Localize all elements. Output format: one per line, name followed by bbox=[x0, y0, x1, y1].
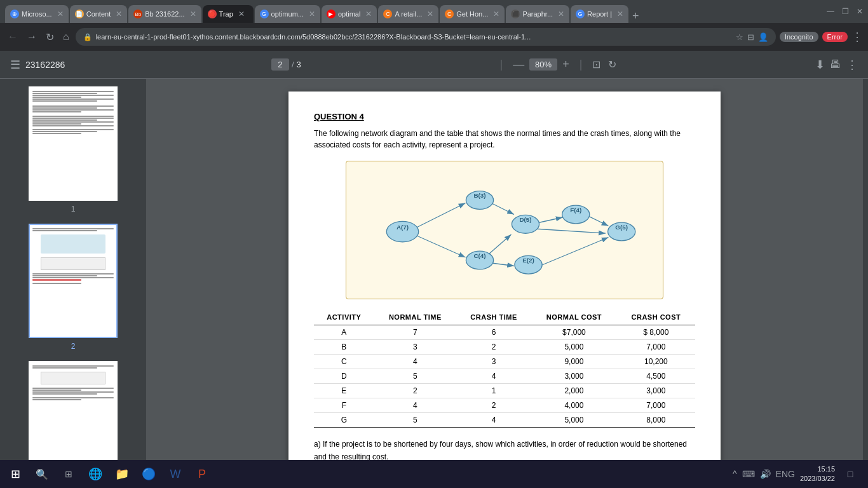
pdf-page: QUESTION 4 The following network diagram… bbox=[288, 92, 721, 488]
pdf-zoom-input[interactable] bbox=[529, 58, 557, 71]
back-button[interactable]: ← bbox=[5, 29, 20, 45]
tab-bb[interactable]: Bb Bb 231622... ✕ bbox=[128, 5, 201, 23]
tab-trap[interactable]: 🔴 Trap ✕ bbox=[203, 5, 254, 23]
taskbar-powerpoint[interactable]: P bbox=[189, 461, 215, 487]
tab-label-content: Content bbox=[86, 10, 111, 18]
pdf-menu-button[interactable]: ☰ bbox=[10, 58, 20, 72]
table-cell: C bbox=[314, 355, 374, 369]
pdf-more-button[interactable]: ⋮ bbox=[846, 58, 858, 72]
taskbar-search-button[interactable]: 🔍 bbox=[29, 461, 55, 487]
tab-close-gethon[interactable]: ✕ bbox=[493, 10, 499, 18]
pdf-fit-page-button[interactable]: ⊡ bbox=[590, 56, 603, 73]
svg-line-9 bbox=[534, 229, 606, 233]
pdf-page-input[interactable] bbox=[271, 58, 289, 71]
tab-gethon[interactable]: C Get Hon... ✕ bbox=[440, 5, 505, 23]
tray-language[interactable]: ENG bbox=[776, 469, 795, 479]
taskbar-clock[interactable]: 15:15 2023/03/22 bbox=[800, 464, 835, 484]
tab-close-content[interactable]: ✕ bbox=[116, 10, 122, 18]
tab-icon-content: 📄 bbox=[75, 10, 84, 18]
restore-button[interactable]: ❐ bbox=[842, 7, 849, 16]
tab-close-bb[interactable]: ✕ bbox=[190, 10, 196, 18]
tray-volume-icon[interactable]: 🔊 bbox=[760, 469, 771, 479]
tab-close-retail[interactable]: ✕ bbox=[427, 10, 433, 18]
tab-optimum1[interactable]: G optimum... ✕ bbox=[255, 5, 320, 23]
tab-close-microsoft[interactable]: ✕ bbox=[57, 10, 64, 18]
table-cell: 7,000 bbox=[617, 398, 695, 413]
table-row: D543,0004,500 bbox=[314, 369, 695, 384]
tab-optimal[interactable]: ▶ optimal ✕ bbox=[322, 5, 377, 23]
tab-close-paraphr[interactable]: ✕ bbox=[558, 10, 564, 18]
address-input[interactable]: 🔒 learn-eu-central-1-prod-fleet01-xythos… bbox=[76, 28, 776, 46]
minimize-button[interactable]: — bbox=[827, 7, 834, 16]
tab-close-report[interactable]: ✕ bbox=[617, 10, 623, 18]
tab-report[interactable]: G Report | ✕ bbox=[571, 5, 628, 23]
table-cell: 5 bbox=[374, 413, 456, 428]
svg-text:B(3): B(3) bbox=[473, 192, 485, 199]
browser-more-button[interactable]: ⋮ bbox=[851, 30, 863, 44]
pdf-rotate-button[interactable]: ↻ bbox=[606, 56, 619, 73]
taskbar-explorer[interactable]: 📁 bbox=[109, 461, 135, 487]
tab-search-icon[interactable]: ⊟ bbox=[747, 32, 754, 42]
table-cell: 2 bbox=[456, 340, 531, 355]
tab-content[interactable]: 📄 Content ✕ bbox=[70, 5, 128, 23]
close-button[interactable]: ✕ bbox=[857, 7, 863, 16]
pdf-thumbnail-1[interactable]: 1 bbox=[5, 86, 141, 214]
pdf-zoom-in-button[interactable]: + bbox=[560, 57, 572, 72]
table-cell: 6 bbox=[456, 325, 531, 340]
taskbar-task-view[interactable]: ⊞ bbox=[56, 461, 81, 487]
tab-label-optimum1: optimum... bbox=[271, 10, 304, 18]
tab-label-paraphr: Paraphr... bbox=[522, 10, 553, 18]
svg-line-8 bbox=[540, 238, 609, 266]
tab-close-optimum1[interactable]: ✕ bbox=[309, 10, 315, 18]
taskbar-word[interactable]: W bbox=[163, 461, 188, 487]
svg-text:D(5): D(5) bbox=[519, 216, 531, 223]
titlebar: ⊕ Microso... ✕ 📄 Content ✕ Bb Bb 231622.… bbox=[0, 0, 868, 23]
address-bar: ← → ↻ ⌂ 🔒 learn-eu-central-1-prod-fleet0… bbox=[0, 23, 868, 51]
reload-button[interactable]: ↻ bbox=[43, 29, 57, 46]
pdf-view-buttons: ⊡ ↻ bbox=[590, 56, 619, 73]
table-cell: 3,000 bbox=[531, 369, 617, 384]
tab-icon-report: G bbox=[576, 10, 585, 18]
tab-icon-optimal: ▶ bbox=[327, 10, 336, 18]
edge-icon: 🌐 bbox=[88, 467, 102, 481]
pdf-download-button[interactable]: ⬇ bbox=[815, 58, 825, 72]
table-cell: B bbox=[314, 340, 374, 355]
tab-retail[interactable]: C A retail... ✕ bbox=[378, 5, 438, 23]
tab-label-report: Report | bbox=[587, 10, 612, 18]
taskbar-edge[interactable]: 🌐 bbox=[83, 461, 108, 487]
taskbar-chrome[interactable]: 🔵 bbox=[136, 461, 161, 487]
svg-line-3 bbox=[491, 203, 514, 215]
forward-button[interactable]: → bbox=[24, 29, 39, 45]
pdf-content-area[interactable]: QUESTION 4 The following network diagram… bbox=[146, 79, 863, 488]
question4-title: QUESTION 4 bbox=[314, 112, 695, 121]
bookmark-star-icon[interactable]: ☆ bbox=[736, 32, 743, 42]
table-cell: $ 8,000 bbox=[617, 325, 695, 340]
tab-icon-optimum1: G bbox=[260, 10, 269, 18]
pdf-thumbnail-2[interactable]: 2 bbox=[5, 224, 141, 351]
tray-keyboard-icon[interactable]: ⌨ bbox=[742, 469, 755, 479]
svg-text:A(7): A(7) bbox=[397, 224, 409, 231]
pdf-print-button[interactable]: 🖶 bbox=[830, 58, 841, 71]
new-tab-button[interactable]: + bbox=[632, 10, 639, 23]
table-cell: 4,500 bbox=[617, 369, 695, 384]
tab-microsoft[interactable]: ⊕ Microso... ✕ bbox=[5, 5, 69, 23]
start-button[interactable]: ⊞ bbox=[3, 461, 28, 487]
home-button[interactable]: ⌂ bbox=[60, 29, 72, 45]
table-cell: 7 bbox=[374, 325, 456, 340]
tab-close-optimal[interactable]: ✕ bbox=[365, 10, 372, 18]
svg-text:C(4): C(4) bbox=[473, 252, 485, 259]
svg-line-2 bbox=[414, 234, 466, 257]
taskbar-notification-button[interactable]: □ bbox=[840, 464, 860, 484]
pdf-right-scrollbar[interactable] bbox=[863, 79, 868, 488]
pdf-viewer: ☰ 23162286 / 3 | — + | ⊡ ↻ ⬇ 🖶 ⋮ bbox=[0, 51, 868, 488]
tab-close-trap[interactable]: ✕ bbox=[238, 10, 245, 18]
pdf-zoom-divider: | bbox=[580, 58, 583, 71]
tab-paraphr[interactable]: ⬛ Paraphr... ✕ bbox=[506, 5, 569, 23]
tray-chevron-icon[interactable]: ^ bbox=[733, 469, 737, 479]
task-view-icon: ⊞ bbox=[65, 469, 72, 479]
activity-table: ACTIVITY NORMAL TIME CRASH TIME NORMAL C… bbox=[314, 309, 695, 428]
pdf-thumbnail-img-2 bbox=[29, 224, 118, 338]
tab-icon-retail: C bbox=[383, 10, 392, 18]
explorer-icon: 📁 bbox=[115, 467, 129, 481]
pdf-zoom-out-button[interactable]: — bbox=[510, 57, 527, 72]
